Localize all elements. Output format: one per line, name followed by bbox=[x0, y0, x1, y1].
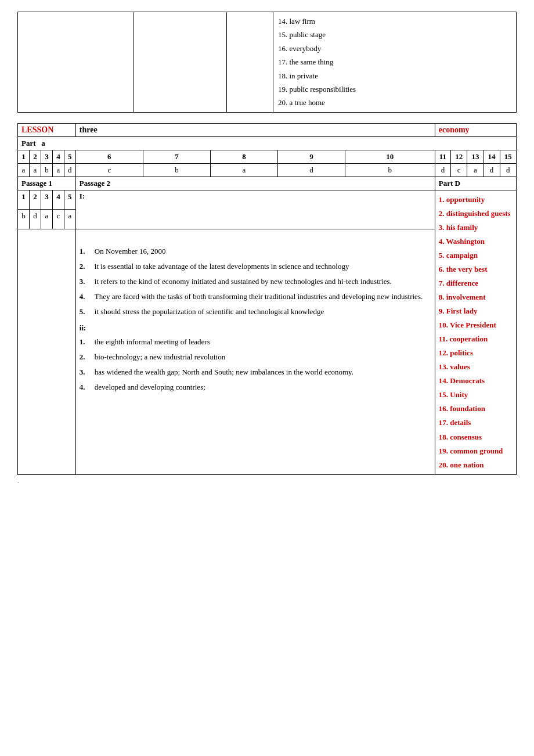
part-a-answers-row: a a b a d c b a d b d c a d d bbox=[18, 163, 517, 177]
passage2-i-item-text-3: it refers to the kind of economy initiat… bbox=[95, 275, 392, 289]
ans-4: a bbox=[52, 163, 64, 177]
part-a-label: Part a bbox=[18, 136, 517, 150]
num-10: 10 bbox=[345, 150, 435, 163]
ans-8: a bbox=[210, 163, 277, 177]
num-13: 13 bbox=[467, 150, 484, 163]
ans-3: b bbox=[41, 163, 52, 177]
passage2-i-item-5: 5.it should stress the popularization of… bbox=[80, 305, 431, 319]
num-11: 11 bbox=[435, 150, 450, 163]
passage1-label: Passage 1 bbox=[18, 177, 76, 190]
ans-6: c bbox=[75, 163, 143, 177]
p1-num-1: 1 bbox=[18, 190, 30, 210]
passage2-ii-item-text-2: bio-technology; a new industrial revolut… bbox=[95, 350, 225, 364]
passage2-ii-item-4: 4.developed and developing countries; bbox=[80, 380, 431, 394]
passage2-i-item-text-2: it is essential to take advantage of the… bbox=[95, 260, 349, 273]
p1-ans-4: c bbox=[52, 210, 64, 229]
passage2-ii-item-1: 1.the eighth informal meeting of leaders bbox=[80, 335, 431, 349]
passage2-i-item-1: 1.On November 16, 2000 bbox=[80, 244, 431, 258]
passage2-i-item-num-1: 1. bbox=[80, 244, 92, 258]
passage2-ii-item-text-4: developed and developing countries; bbox=[95, 380, 205, 394]
part-d-item-20: 20. one nation bbox=[439, 458, 513, 472]
main-answer-table: LESSON three economy Part a 1 2 3 4 5 6 … bbox=[17, 123, 517, 475]
p1-ans-2: d bbox=[29, 210, 41, 229]
p1-ans-3: a bbox=[41, 210, 52, 229]
ans-2: a bbox=[29, 163, 41, 177]
vocab-item-19: 19. public responsibilities bbox=[278, 82, 511, 96]
num-2: 2 bbox=[29, 150, 41, 163]
ans-12: c bbox=[451, 163, 467, 177]
passage2-i-item-num-2: 2. bbox=[80, 260, 92, 273]
ans-14: d bbox=[484, 163, 500, 177]
num-4: 4 bbox=[52, 150, 64, 163]
part-d-item-10: 10. Vice President bbox=[439, 318, 513, 332]
num-7: 7 bbox=[143, 150, 210, 163]
passage2-ii-label: ii: bbox=[80, 321, 431, 335]
part-d-item-9: 9. First lady bbox=[439, 304, 513, 318]
part-d-item-18: 18. consensus bbox=[439, 430, 513, 444]
passage2-ii-item-num-2: 2. bbox=[80, 350, 92, 364]
part-d-item-17: 17. details bbox=[439, 416, 513, 430]
part-d-item-14: 14. Democrats bbox=[439, 374, 513, 388]
passage2-ii-item-num-3: 3. bbox=[80, 365, 92, 379]
ans-11: d bbox=[435, 163, 450, 177]
part-d-item-15: 15. Unity bbox=[439, 388, 513, 402]
p1-ans-5: a bbox=[64, 210, 75, 229]
passage1-blank-area bbox=[18, 229, 76, 474]
passage2-i-item-2: 2.it is essential to take advantage of t… bbox=[80, 260, 431, 273]
ans-10: b bbox=[345, 163, 435, 177]
passage2-i-item-3: 3.it refers to the kind of economy initi… bbox=[80, 275, 431, 289]
economy-label: economy bbox=[435, 123, 516, 136]
num-1: 1 bbox=[18, 150, 30, 163]
ans-15: d bbox=[500, 163, 516, 177]
lesson-header-row: LESSON three economy bbox=[18, 123, 517, 136]
part-d-item-13: 13. values bbox=[439, 360, 513, 374]
vocab-list: 14. law firm 15. public stage 16. everyb… bbox=[273, 12, 517, 113]
p1-ans-1: b bbox=[18, 210, 30, 229]
part-d-item-4: 4. Washington bbox=[439, 235, 513, 249]
num-3: 3 bbox=[41, 150, 52, 163]
part-d-item-11: 11. cooperation bbox=[439, 332, 513, 346]
num-5: 5 bbox=[64, 150, 75, 163]
part-a-numbers-row: 1 2 3 4 5 6 7 8 9 10 11 12 13 14 15 bbox=[18, 150, 517, 163]
passage2-ii-item-2: 2.bio-technology; a new industrial revol… bbox=[80, 350, 431, 364]
passage2-i-item-num-4: 4. bbox=[80, 290, 92, 304]
vocab-item-20: 20. a true home bbox=[278, 96, 511, 109]
three-label: three bbox=[75, 123, 435, 136]
p1-num-4: 4 bbox=[52, 190, 64, 210]
num-8: 8 bbox=[210, 150, 277, 163]
passage2-ii-item-text-3: has widened the wealth gap; North and So… bbox=[95, 365, 353, 379]
passage2-i-item-text-4: They are faced with the tasks of both tr… bbox=[95, 290, 423, 304]
passage2-label: Passage 2 bbox=[75, 177, 435, 190]
top-vocab-table: 14. law firm 15. public stage 16. everyb… bbox=[17, 12, 517, 113]
lesson-label: LESSON bbox=[18, 123, 76, 136]
part-d-item-7: 7. difference bbox=[439, 276, 513, 290]
ans-9: d bbox=[277, 163, 345, 177]
page-footer: . bbox=[17, 477, 517, 484]
passage2-content-area: 1.On November 16, 20002.it is essential … bbox=[75, 229, 435, 474]
ans-7: b bbox=[143, 163, 210, 177]
vocab-item-16: 16. everybody bbox=[278, 42, 511, 55]
passage2-i-item-4: 4.They are faced with the tasks of both … bbox=[80, 290, 431, 304]
num-6: 6 bbox=[75, 150, 143, 163]
p1-num-3: 3 bbox=[41, 190, 52, 210]
part-d-item-1: 1. opportunity bbox=[439, 193, 513, 207]
passage2-i-label: I: bbox=[75, 190, 435, 229]
part-d-item-16: 16. foundation bbox=[439, 402, 513, 416]
vocab-item-14: 14. law firm bbox=[278, 15, 511, 28]
vocab-item-17: 17. the same thing bbox=[278, 55, 511, 69]
vocab-item-15: 15. public stage bbox=[278, 28, 511, 41]
num-9: 9 bbox=[277, 150, 345, 163]
passage2-ii-item-num-4: 4. bbox=[80, 380, 92, 394]
passage1-numbers-row: 1 2 3 4 5 I: 1. opportunity2. distinguis… bbox=[18, 190, 517, 210]
part-d-item-19: 19. common ground bbox=[439, 444, 513, 458]
part-d-item-12: 12. politics bbox=[439, 346, 513, 360]
part-d-item-2: 2. distinguished guests bbox=[439, 207, 513, 221]
p1-num-2: 2 bbox=[29, 190, 41, 210]
num-15: 15 bbox=[500, 150, 516, 163]
passage2-i-item-num-5: 5. bbox=[80, 305, 92, 319]
ans-1: a bbox=[18, 163, 30, 177]
passage2-i-item-text-5: it should stress the popularization of s… bbox=[95, 305, 324, 319]
ans-13: a bbox=[467, 163, 484, 177]
part-a-row: Part a bbox=[18, 136, 517, 150]
num-14: 14 bbox=[484, 150, 500, 163]
